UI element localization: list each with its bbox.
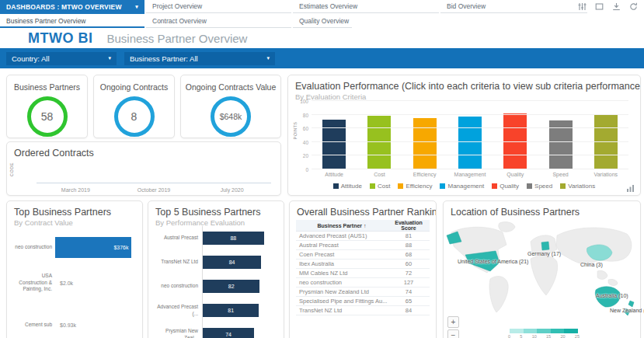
titlebar: MTWO BI Business Partner Overview <box>0 29 247 48</box>
business-partner-filter[interactable]: Business Partner: All ▾ <box>124 52 275 65</box>
bar[interactable]: 81 <box>203 304 259 317</box>
download-icon[interactable] <box>612 2 621 11</box>
evaluation-bar-cost[interactable] <box>367 116 391 169</box>
kpi-card-ongoing-contracts-value: Ongoing Contracts Value $648k <box>180 75 281 138</box>
map-indonesia <box>608 279 618 285</box>
map-country-label: China (3) <box>580 262 603 267</box>
kpi-card-ongoing-contracts: Ongoing Contracts 8 <box>93 75 175 138</box>
map-area: United States of America (21)Germany (17… <box>444 218 640 329</box>
legend-swatch <box>333 183 339 189</box>
top5-row[interactable]: Austral Precast88 <box>155 226 277 250</box>
panel-title: Top Business Partners <box>7 201 142 218</box>
evaluation-bar-attitude[interactable] <box>322 120 346 169</box>
x-axis-ticks: March 2019 October 2019 July 2020 <box>37 187 271 193</box>
ranking-row[interactable]: neo construction127 <box>296 278 430 287</box>
legend-item-variations[interactable]: Variations <box>560 183 595 190</box>
legend-tick: 10 <box>532 334 537 338</box>
x-tick: Attitude <box>312 172 357 177</box>
x-tick: Variations <box>583 172 628 177</box>
ranking-row[interactable]: Coen Precast68 <box>296 250 430 260</box>
sliders-icon[interactable] <box>578 2 587 11</box>
top5-rows: Austral Precast88TransNet NZ Ltd84neo co… <box>155 226 277 338</box>
chart-options-icon[interactable] <box>627 184 635 192</box>
legend-segment <box>551 329 565 333</box>
menu-item-business-partner-overview[interactable]: Business Partner Overview <box>0 15 144 28</box>
legend-tick: 15 <box>546 334 551 338</box>
evaluation-bar-management[interactable] <box>458 117 482 169</box>
kpi-title: Ongoing Contracts Value <box>181 82 280 92</box>
evaluation-legend: AttitudeCostEfficiencyManagementQualityS… <box>288 183 640 190</box>
gridline: 80 <box>312 114 628 115</box>
legend-item-management[interactable]: Management <box>440 183 484 190</box>
country-filter-label: Country: All <box>12 54 50 63</box>
top5-row[interactable]: Prysmian New Zeal...74 <box>155 322 277 338</box>
legend-item-quality[interactable]: Quality <box>492 183 519 190</box>
top5-row[interactable]: Advanced Precast (...81 <box>155 298 277 322</box>
brand-logo: MTWO BI <box>28 30 92 47</box>
legend-segment <box>537 329 551 333</box>
top-partner-row[interactable]: USA Construction & Painting, Inc.$2.0k <box>13 265 138 301</box>
ranking-table: Business Partner ↑Evaluation Score Advan… <box>296 220 430 315</box>
map-country-new-zealand[interactable] <box>628 301 634 307</box>
top-partner-row[interactable]: neo construction$376k <box>13 229 138 265</box>
bar[interactable]: 84 <box>203 256 261 269</box>
legend-tick: 0 <box>508 334 510 338</box>
legend-item-efficiency[interactable]: Efficiency <box>398 183 432 190</box>
ranking-row[interactable]: Prysmian New Zealand Ltd74 <box>296 287 430 297</box>
evaluation-bar-efficiency[interactable] <box>413 118 437 169</box>
ranking-header-row: Business Partner ↑Evaluation Score <box>296 220 430 232</box>
menu-item-estimates-overview[interactable]: Estimates Overview <box>293 0 439 13</box>
top-partner-row[interactable]: Cement sub$0.93k <box>13 301 138 338</box>
evaluation-bars <box>312 100 628 169</box>
map-legend-ticks: 0510152025 <box>508 334 580 338</box>
bar[interactable]: 82 <box>203 280 259 293</box>
ranking-row[interactable]: Specialised Pipe and Fittings Au...65 <box>296 297 430 306</box>
menu-item-quality-overview[interactable]: Quality Overview <box>293 15 352 28</box>
x-axis-line <box>37 183 271 183</box>
kpi-card-business-partners: Business Partners 58 <box>6 75 88 138</box>
chevron-down-icon: ▾ <box>108 55 111 61</box>
y-axis-label: CODE <box>9 158 14 181</box>
map-zoom-out-button[interactable]: − <box>447 329 459 338</box>
chevron-down-icon: ▾ <box>266 55 270 61</box>
top-partners-rows: neo construction$376kUSA Construction & … <box>13 229 138 338</box>
fullscreen-icon[interactable] <box>595 2 604 11</box>
menu-item-bid-overview[interactable]: Bid Overview <box>440 0 587 13</box>
refresh-icon[interactable] <box>629 2 638 11</box>
ranking-row[interactable]: Ibex Australia60 <box>296 260 430 269</box>
top5-row[interactable]: neo construction82 <box>155 274 277 298</box>
column-header[interactable]: Business Partner ↑ <box>296 220 388 232</box>
legend-segment <box>564 329 578 333</box>
gridline: 20 <box>312 155 628 155</box>
ranking-row[interactable]: TransNet NZ Ltd84 <box>296 306 430 315</box>
bar[interactable]: 88 <box>203 232 264 245</box>
bar[interactable]: $376k <box>55 237 131 258</box>
gridline: 0 <box>312 169 628 169</box>
x-tick: March 2019 <box>37 187 115 193</box>
x-tick: October 2019 <box>115 187 193 193</box>
map-se-asia <box>597 270 607 279</box>
map-zoom-in-button[interactable]: + <box>447 316 459 328</box>
legend-tick: 20 <box>560 334 565 338</box>
column-header[interactable]: Evaluation Score <box>388 220 430 232</box>
map-country-germany[interactable] <box>541 242 549 250</box>
legend-item-cost[interactable]: Cost <box>370 183 390 190</box>
x-tick: Speed <box>538 172 583 177</box>
country-filter[interactable]: Country: All ▾ <box>6 52 117 65</box>
top5-row[interactable]: TransNet NZ Ltd84 <box>155 250 277 274</box>
business-partner-filter-label: Business Partner: All <box>130 54 198 63</box>
filter-bar: Country: All ▾ Business Partner: All ▾ <box>0 48 644 68</box>
bar[interactable]: 74 <box>203 328 254 338</box>
dashboards-dropdown[interactable]: DASHBOARDS : MTWO OVERVIEW ▾ <box>0 0 144 14</box>
legend-item-speed[interactable]: Speed <box>527 183 552 190</box>
menu-item-contract-overview[interactable]: Contract Overview <box>146 15 291 28</box>
ranking-row[interactable]: Austral Precast88 <box>296 241 430 250</box>
ranking-row[interactable]: Advanced Precast (AUS1)81 <box>296 232 430 241</box>
map-legend <box>510 329 578 333</box>
dashboards-dropdown-label: DASHBOARDS : MTWO OVERVIEW <box>6 3 122 11</box>
menubar: DASHBOARDS : MTWO OVERVIEW ▾ Project Ove… <box>0 0 644 29</box>
ranking-row[interactable]: MM Cables NZ Ltd72 <box>296 269 430 278</box>
map-greenland <box>499 222 515 232</box>
legend-item-attitude[interactable]: Attitude <box>333 183 362 190</box>
menu-item-project-overview[interactable]: Project Overview <box>146 0 291 13</box>
